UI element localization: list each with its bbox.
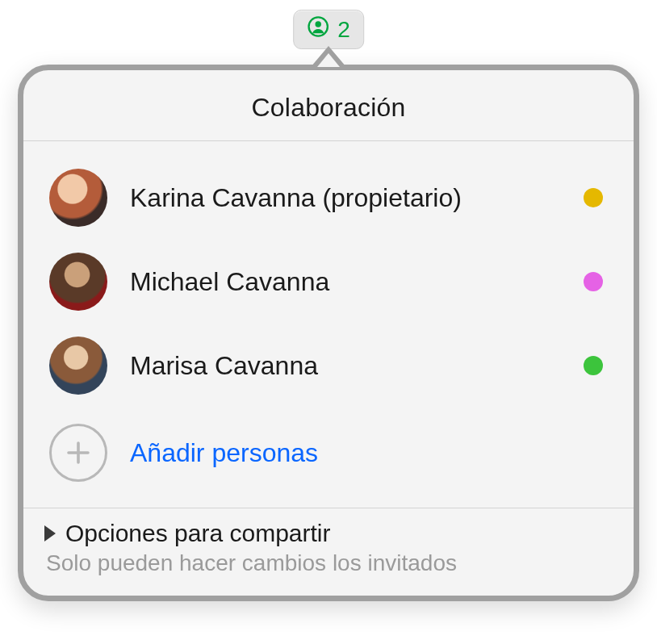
participant-name: Marisa Cavanna xyxy=(130,351,561,381)
presence-dot xyxy=(584,356,603,375)
participant-name: Karina Cavanna (propietario) xyxy=(130,183,561,213)
svg-point-1 xyxy=(315,21,320,27)
person-icon xyxy=(307,15,329,44)
popover-arrow xyxy=(311,46,346,67)
avatar xyxy=(49,253,107,311)
collaboration-popover: Colaboración Karina Cavanna (propietario… xyxy=(18,65,639,601)
collaboration-badge[interactable]: 2 xyxy=(293,10,364,49)
plus-icon xyxy=(49,424,107,482)
popover-title: Colaboración xyxy=(23,70,634,140)
collaboration-count: 2 xyxy=(337,17,350,43)
presence-dot xyxy=(584,188,603,207)
add-people-label: Añadir personas xyxy=(130,438,318,468)
share-options-subtitle: Solo pueden hacer cambios los invitados xyxy=(44,547,613,576)
share-options-section: Opciones para compartir Solo pueden hace… xyxy=(23,508,634,596)
avatar xyxy=(49,169,107,227)
participant-row[interactable]: Karina Cavanna (propietario) xyxy=(44,156,613,240)
chevron-right-icon xyxy=(44,525,56,542)
presence-dot xyxy=(584,272,603,291)
participant-row[interactable]: Marisa Cavanna xyxy=(44,324,613,408)
participant-name: Michael Cavanna xyxy=(130,267,561,297)
participants-list: Karina Cavanna (propietario) Michael Cav… xyxy=(23,141,634,508)
share-options-title: Opciones para compartir xyxy=(65,520,330,547)
add-people-button[interactable]: Añadir personas xyxy=(44,408,613,503)
avatar xyxy=(49,337,107,395)
share-options-toggle[interactable]: Opciones para compartir xyxy=(44,520,613,547)
participant-row[interactable]: Michael Cavanna xyxy=(44,240,613,324)
